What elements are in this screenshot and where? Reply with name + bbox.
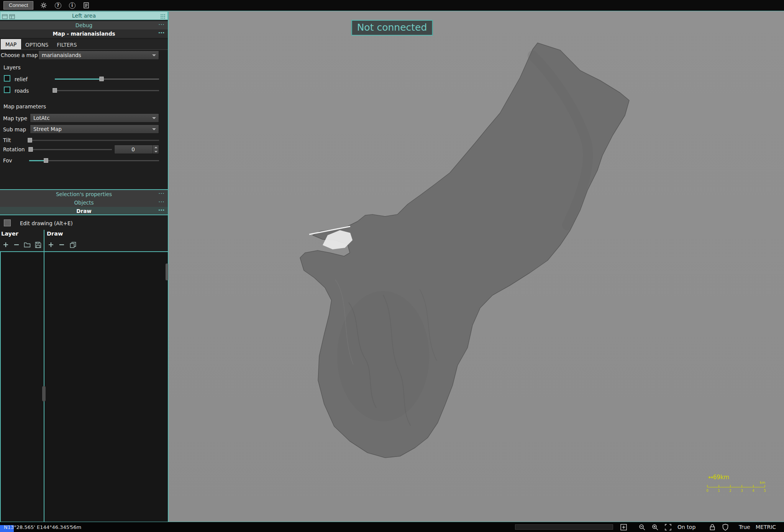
slider-handle[interactable] (44, 158, 48, 163)
map-section-header[interactable]: Map - marianaislands ⋯ (0, 29, 168, 38)
ruler-tick-label: 0 (706, 489, 708, 493)
map-type-value: LotAtc (33, 115, 50, 121)
relief-label: relief (15, 76, 28, 82)
layer-save-button[interactable] (34, 241, 42, 249)
sub-map-label: Sub map (3, 126, 26, 133)
relief-opacity-slider[interactable] (55, 75, 159, 82)
column-resize-grip[interactable] (42, 386, 46, 401)
connect-button[interactable]: Connect (3, 1, 33, 10)
zoom-in-icon[interactable] (651, 523, 659, 531)
fullscreen-icon[interactable] (664, 523, 672, 531)
draw-header-label: Draw (76, 208, 91, 214)
cursor-elevation: 56m (70, 524, 81, 530)
units-toggle[interactable]: METRIC (756, 524, 776, 530)
layer-list[interactable] (0, 252, 44, 522)
chevron-down-icon (152, 128, 156, 130)
roads-checkbox[interactable] (4, 87, 10, 93)
rotation-value: 0 (115, 145, 152, 154)
dock-split-icon[interactable] (9, 13, 15, 21)
draw-remove-button[interactable] (57, 241, 66, 249)
drag-handle-dots-icon[interactable] (160, 13, 166, 21)
help-icon[interactable]: ? (54, 2, 62, 9)
lock-icon[interactable] (708, 523, 717, 531)
slider-track (30, 140, 159, 141)
draw-copy-button[interactable] (69, 241, 77, 249)
objects-menu-icon[interactable]: ⋯ (158, 198, 165, 206)
draw-menu-icon[interactable]: ⋯ (158, 206, 165, 214)
layer-column-header: Layer (1, 231, 18, 237)
chevron-down-icon (152, 54, 156, 56)
sub-map-dropdown[interactable]: Street Map (30, 124, 159, 134)
true-heading-toggle[interactable]: True (739, 524, 750, 530)
panel-left-edge (0, 251, 1, 522)
spin-up-button[interactable] (153, 145, 159, 149)
chevron-down-icon (152, 117, 156, 119)
dock-layout-icon[interactable] (2, 13, 8, 21)
slider-handle[interactable] (29, 147, 33, 152)
choose-map-dropdown[interactable]: marianaislands (38, 51, 159, 60)
debug-menu-icon[interactable]: ⋯ (158, 20, 165, 29)
status-bar: N13°28.565' E144°46.345' 56m On top (0, 522, 784, 532)
objects-label: Objects (74, 200, 93, 206)
info-icon[interactable]: i (68, 2, 76, 9)
layers-title: Layers (3, 64, 21, 70)
tilt-slider[interactable] (30, 137, 159, 144)
triangle-down-icon (154, 151, 157, 152)
map-section-menu-icon[interactable]: ⋯ (158, 29, 165, 37)
fov-slider[interactable] (29, 157, 159, 164)
relief-checkbox[interactable] (4, 75, 10, 82)
tilt-label: Tilt (3, 137, 11, 143)
selection-menu-icon[interactable]: ⋯ (158, 189, 165, 198)
terrain-layer (169, 11, 784, 522)
roads-label: roads (15, 88, 29, 94)
draw-header[interactable]: Draw ⋯ (0, 207, 168, 215)
left-area-titlebar[interactable]: Left area (0, 11, 168, 20)
on-top-toggle[interactable]: On top (677, 524, 695, 530)
draw-column-header: Draw (47, 231, 63, 237)
layer-add-button[interactable] (2, 241, 10, 249)
draw-add-button[interactable] (47, 241, 55, 249)
map-canvas[interactable]: ↔69km km 0 1 2 3 4 5 (169, 11, 784, 522)
rotation-slider[interactable] (31, 146, 112, 153)
map-type-dropdown[interactable]: LotAtc (30, 113, 159, 123)
selection-properties-header[interactable]: Selection's properties ⋯ (0, 190, 168, 198)
map-scale-width-label: ↔69km (708, 474, 729, 481)
layer-remove-button[interactable] (12, 241, 21, 249)
recenter-map-button[interactable] (619, 523, 628, 531)
selection-properties-label: Selection's properties (56, 191, 112, 197)
sub-map-value: Street Map (33, 126, 62, 132)
ruler-tick-label: 3 (741, 489, 743, 493)
slider-fill (29, 160, 46, 161)
shield-icon[interactable] (721, 523, 730, 531)
edit-drawing-checkbox[interactable] (4, 219, 11, 226)
debug-section-header[interactable]: Debug ⋯ (0, 21, 168, 29)
logs-notepad-icon[interactable] (82, 2, 90, 9)
debug-section-label: Debug (75, 22, 92, 28)
tab-map[interactable]: MAP (1, 39, 21, 49)
map-panel-tabbar: MAP OPTIONS FILTERS (0, 39, 168, 50)
map-section-label: Map - marianaislands (52, 31, 115, 37)
ruler-tick-label: 2 (729, 489, 731, 493)
layer-open-folder-button[interactable] (23, 241, 31, 249)
rotation-input[interactable]: 0 (114, 145, 159, 154)
edit-drawing-label: Edit drawing (Alt+E) (20, 220, 73, 226)
tab-options[interactable]: OPTIONS (21, 40, 52, 49)
column-splitter[interactable] (44, 230, 44, 522)
slider-handle[interactable] (100, 77, 104, 81)
panel-resize-grip[interactable] (166, 264, 168, 280)
tab-filters[interactable]: FILTERS (52, 40, 81, 49)
ruler-tick-label: 4 (752, 489, 754, 493)
settings-gear-icon[interactable] (40, 2, 48, 9)
draw-list[interactable] (44, 252, 168, 522)
slider-handle[interactable] (28, 138, 32, 142)
not-connected-banner: Not connected (351, 20, 433, 36)
slider-handle[interactable] (53, 88, 57, 93)
spin-down-button[interactable] (153, 149, 159, 154)
objects-header[interactable]: Objects ⋯ (0, 198, 168, 207)
left-dock-panel: Left area Debug ⋯ Map - marianaislands ⋯… (0, 11, 169, 522)
zoom-out-icon[interactable] (638, 523, 646, 531)
slider-track (29, 160, 159, 161)
slider-track (55, 90, 159, 91)
roads-opacity-slider[interactable] (55, 87, 159, 94)
slider-fill (55, 79, 102, 80)
